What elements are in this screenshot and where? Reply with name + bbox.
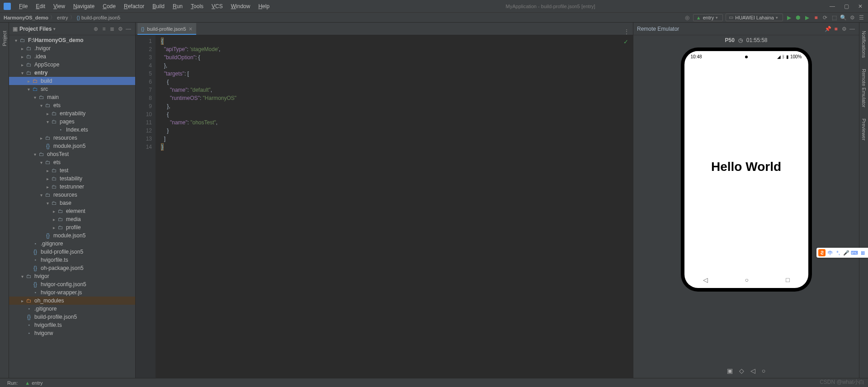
menu-item-vcs[interactable]: VCS	[208, 2, 226, 11]
expand-toggle-icon[interactable]: ▸	[19, 46, 25, 51]
project-panel-title[interactable]: ▣ Project Files ▾	[13, 26, 56, 32]
expand-toggle-icon[interactable]: ▾	[44, 201, 51, 206]
tree-node[interactable]: ▪hvigorw	[9, 329, 135, 337]
code-area[interactable]: ✓ { "apiType": 'stageMode', "buildOption…	[156, 35, 633, 378]
tree-node[interactable]: ▸🗀.idea	[9, 52, 135, 61]
emu-back-icon[interactable]: ◁	[750, 367, 755, 374]
menu-item-view[interactable]: View	[50, 2, 69, 11]
menu-item-window[interactable]: Window	[227, 2, 254, 11]
tree-node[interactable]: ▾🗀hvigor	[9, 272, 135, 280]
code-line[interactable]: "name": "default",	[156, 86, 633, 94]
menu-item-navigate[interactable]: Navigate	[70, 2, 98, 11]
expand-toggle-icon[interactable]: ▾	[38, 160, 44, 165]
target-icon[interactable]: ◎	[684, 14, 690, 21]
expand-toggle-icon[interactable]: ▾	[25, 87, 32, 92]
expand-toggle-icon[interactable]: ▾	[13, 38, 19, 43]
right-tab-previewer[interactable]: Previewer	[860, 115, 868, 144]
expand-toggle-icon[interactable]: ▾	[38, 193, 44, 198]
screenshot-icon[interactable]: ▣	[727, 367, 733, 374]
tree-node[interactable]: ▾🗀src	[9, 85, 135, 93]
ime-logo-icon[interactable]: Ƨ	[818, 249, 826, 256]
phone-recent-icon[interactable]: □	[786, 276, 789, 283]
breadcrumb-part[interactable]: {} build-profile.json5	[77, 15, 121, 20]
menu-item-file[interactable]: File	[15, 2, 31, 11]
expand-toggle-icon[interactable]: ▸	[44, 168, 51, 173]
code-line[interactable]: },	[156, 61, 633, 70]
ime-grid-icon[interactable]: ⊞	[859, 249, 866, 256]
emulator-stop-icon[interactable]: ■	[833, 26, 839, 32]
expand-toggle-icon[interactable]: ▾	[44, 119, 51, 124]
tree-node[interactable]: ▸🗀entryability	[9, 109, 135, 118]
tree-node[interactable]: ▸🗀element	[9, 207, 135, 215]
close-tab-icon[interactable]: ×	[189, 25, 193, 33]
expand-toggle-icon[interactable]: ▾	[32, 152, 38, 157]
menu-item-edit[interactable]: Edit	[32, 2, 49, 11]
tree-node[interactable]: ▾🗀resources	[9, 191, 135, 199]
tree-node[interactable]: ▪hvigorfile.ts	[9, 321, 135, 329]
expand-toggle-icon[interactable]: ▸	[19, 54, 25, 59]
maximize-button[interactable]: ▢	[842, 3, 851, 9]
code-line[interactable]: "name": "ohosTest",	[156, 118, 633, 127]
phone-back-icon[interactable]: ◁	[703, 276, 708, 283]
ime-lang-icon[interactable]: 中	[826, 249, 834, 256]
tree-node[interactable]: ▾🗀ets	[9, 158, 135, 166]
expand-toggle-icon[interactable]: ▸	[51, 217, 57, 222]
menu-item-help[interactable]: Help	[255, 2, 273, 11]
hide-panel-icon[interactable]: —	[125, 26, 132, 32]
expand-icon[interactable]: ≡	[101, 26, 107, 32]
expand-toggle-icon[interactable]: ▾	[38, 103, 44, 108]
tree-node[interactable]: ▾🗀ohosTest	[9, 150, 135, 158]
editor-body[interactable]: 1234567891011121314 ✓ { "apiType": 'stag…	[136, 35, 633, 378]
tree-node[interactable]: {}build-profile.json5	[9, 313, 135, 321]
breadcrumb-part[interactable]: entry	[57, 15, 68, 20]
tree-node[interactable]: ▪.gitignore	[9, 240, 135, 248]
menu-item-tools[interactable]: Tools	[187, 2, 207, 11]
menu-item-run[interactable]: Run	[169, 2, 186, 11]
attach-icon[interactable]: ⬚	[831, 14, 837, 21]
tree-node[interactable]: {}module.json5	[9, 142, 135, 150]
tree-node[interactable]: {}hvigor-config.json5	[9, 280, 135, 288]
expand-toggle-icon[interactable]: ▸	[44, 111, 51, 116]
expand-toggle-icon[interactable]: ▸	[51, 209, 57, 214]
profiler-icon[interactable]: ⟳	[822, 14, 828, 21]
tree-node[interactable]: ▾🗀base	[9, 199, 135, 207]
emu-home-icon[interactable]: ○	[762, 367, 765, 374]
help-icon[interactable]: ☰	[858, 14, 864, 21]
tree-node[interactable]: ▾🗀entry	[9, 69, 135, 77]
left-tab-project[interactable]: Project	[1, 27, 8, 50]
expand-toggle-icon[interactable]: ▸	[44, 184, 51, 189]
code-line[interactable]: "targets": [	[156, 70, 633, 78]
device-dropdown[interactable]: ▭ HUAWEI Lahaina ▾	[726, 14, 783, 21]
editor-tab[interactable]: {} build-profile.json5 ×	[137, 23, 196, 35]
search-icon[interactable]: 🔍	[840, 14, 846, 21]
panel-settings-icon[interactable]: ⚙	[117, 26, 123, 32]
emulator-settings-icon[interactable]: ⚙	[841, 26, 847, 32]
coverage-button[interactable]: ▶	[804, 14, 810, 21]
close-button[interactable]: ✕	[856, 3, 864, 9]
debug-button[interactable]: ⬢	[795, 14, 801, 21]
code-line[interactable]: {	[156, 110, 633, 118]
ime-voice-icon[interactable]: 🎤	[843, 249, 850, 256]
tree-node[interactable]: ▸🗀test	[9, 166, 135, 175]
tree-node[interactable]: ▸🗀oh_modules	[9, 297, 135, 305]
expand-toggle-icon[interactable]: ▸	[19, 62, 25, 67]
expand-toggle-icon[interactable]: ▸	[38, 136, 44, 141]
expand-toggle-icon[interactable]: ▸	[25, 79, 32, 84]
code-line[interactable]: "apiType": 'stageMode',	[156, 45, 633, 53]
code-line[interactable]: {	[156, 37, 633, 45]
run-button[interactable]: ▶	[786, 14, 792, 21]
expand-toggle-icon[interactable]: ▸	[19, 298, 25, 303]
project-tree[interactable]: ▾🗀F:\HarmonyOS_demo▸🗀.hvigor▸🗀.idea▸🗀App…	[9, 35, 135, 378]
tree-node[interactable]: ▪hvigor-wrapper.js	[9, 288, 135, 297]
tree-node[interactable]: ▸🗀media	[9, 215, 135, 223]
stop-button[interactable]: ■	[813, 14, 819, 21]
tree-node[interactable]: ▾🗀ets	[9, 101, 135, 109]
phone-screen[interactable]: 10:48 ◢ ᛒ ▮ 100% Hello World ◁ ○	[684, 51, 808, 288]
tree-node[interactable]: ▸🗀build	[9, 77, 135, 85]
code-line[interactable]: },	[156, 102, 633, 110]
menu-item-build[interactable]: Build	[149, 2, 168, 11]
expand-toggle-icon[interactable]: ▾	[19, 274, 25, 279]
code-line[interactable]: "buildOption": {	[156, 53, 633, 61]
run-target-tab[interactable]: ▲ entry	[21, 380, 46, 386]
tree-node[interactable]: ▾🗀main	[9, 93, 135, 101]
